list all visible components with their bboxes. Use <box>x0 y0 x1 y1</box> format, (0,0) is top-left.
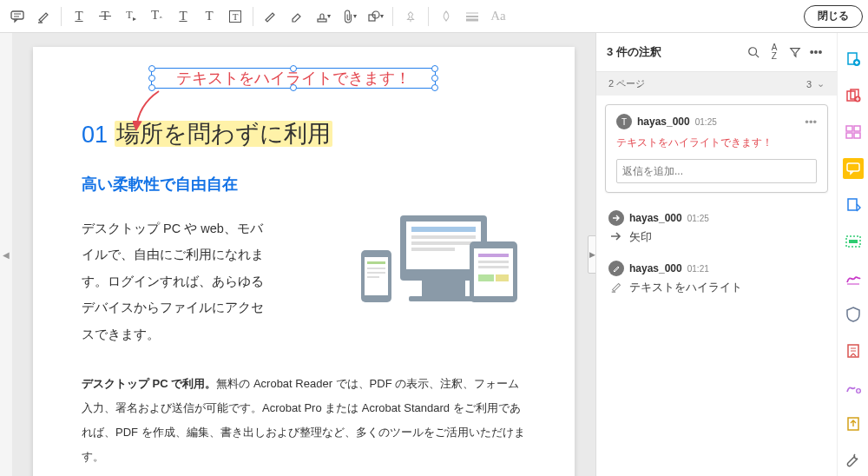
highlight-icon <box>610 281 622 295</box>
svg-rect-12 <box>411 227 476 232</box>
fill-form-icon[interactable] <box>843 413 864 434</box>
comment-body: 矢印 <box>629 229 652 245</box>
svg-rect-28 <box>367 268 385 269</box>
comment-more-icon[interactable]: ••• <box>805 116 817 129</box>
edit-pdf-icon[interactable] <box>843 377 864 398</box>
add-text-icon[interactable]: T <box>197 4 221 29</box>
subtitle: 高い柔軟性で自由自在 <box>82 174 526 195</box>
comment-time: 01:25 <box>687 214 709 223</box>
comment-row[interactable]: hayas_000 01:21 テキストをハイライト <box>605 254 828 304</box>
svg-rect-22 <box>478 266 509 268</box>
devices-illustration <box>352 207 526 337</box>
svg-rect-17 <box>409 296 478 301</box>
comment-author: hayas_000 <box>629 262 682 274</box>
sort-icon[interactable]: AZ <box>764 42 785 63</box>
resize-handle[interactable] <box>431 75 438 82</box>
pin-icon[interactable] <box>398 4 423 29</box>
resize-handle[interactable] <box>290 65 297 72</box>
separator <box>428 7 429 26</box>
textmark-icon[interactable]: T <box>171 4 195 29</box>
page-label: 2 ページ <box>608 77 645 90</box>
svg-rect-14 <box>411 241 476 245</box>
comments-count: 3 件の注釈 <box>607 44 743 60</box>
eraser-icon[interactable] <box>285 4 309 29</box>
separator <box>392 7 393 26</box>
font-icon[interactable]: Aa <box>486 4 510 29</box>
filter-icon[interactable] <box>785 42 806 63</box>
svg-rect-43 <box>847 163 859 171</box>
resize-handle[interactable] <box>431 84 438 91</box>
text-annotation-box[interactable]: テキストをハイライトできます！ <box>151 68 436 89</box>
annotation-toolbar: T T T▸ T˄ T T T ▾ ▾ ▾ Aa 閉じる <box>0 0 868 33</box>
comment-card-active[interactable]: T hayas_000 01:25 ••• テキストをハイライトできます！ <box>605 104 828 193</box>
reply-input[interactable] <box>616 159 817 183</box>
comment-tool-icon[interactable] <box>5 4 30 29</box>
replace-text-icon[interactable]: T▸ <box>119 4 143 29</box>
comment-time: 01:21 <box>687 264 709 274</box>
svg-rect-46 <box>849 240 858 243</box>
svg-rect-30 <box>367 276 379 278</box>
svg-rect-21 <box>478 261 509 263</box>
shapes-icon[interactable]: ▾ <box>363 4 387 29</box>
sign-icon[interactable] <box>843 268 864 288</box>
underline-text-icon[interactable]: T <box>67 4 91 29</box>
svg-rect-23 <box>478 274 494 281</box>
comment-body: テキストをハイライト <box>629 280 742 295</box>
body-paragraph: デスクトップ PC や web、モバイルで、自由にご利用になれます。ログインすれ… <box>82 215 264 347</box>
svg-rect-27 <box>367 261 385 264</box>
line-weight-icon[interactable] <box>460 4 484 29</box>
scroll-left[interactable]: ◀ <box>0 33 12 476</box>
compress-icon[interactable] <box>843 340 864 361</box>
svg-rect-0 <box>11 11 23 19</box>
document-viewport: テキストをハイライトできます！ 01 場所を問わずに利用 高い柔軟性で自由自在 <box>12 33 595 476</box>
chapter-number: 01 <box>82 122 108 148</box>
attach-file-icon[interactable]: ▾ <box>337 4 361 29</box>
resize-handle[interactable] <box>431 65 438 72</box>
organize-pages-icon[interactable] <box>843 122 864 142</box>
textbox-icon[interactable]: T <box>223 4 247 29</box>
protect-icon[interactable] <box>843 304 864 325</box>
color-picker-icon[interactable] <box>434 4 458 29</box>
legend-paragraph: デスクトップ PC で利用。無料の Acrobat Reader では、PDF … <box>82 372 526 469</box>
close-button[interactable]: 閉じる <box>804 5 863 28</box>
arrow-icon <box>610 231 622 244</box>
draw-freehand-icon[interactable] <box>259 4 283 29</box>
stamp-icon[interactable]: ▾ <box>311 4 335 29</box>
svg-point-31 <box>749 48 757 56</box>
svg-rect-41 <box>846 133 852 138</box>
redact-icon[interactable] <box>843 231 864 252</box>
svg-rect-40 <box>854 126 860 131</box>
more-tools-icon[interactable] <box>843 450 864 471</box>
svg-rect-44 <box>848 199 857 210</box>
comment-row[interactable]: hayas_000 01:25 矢印 <box>605 203 828 254</box>
chevron-down-icon[interactable]: ⌄ <box>817 78 825 89</box>
strikethrough-text-icon[interactable]: T <box>93 4 117 29</box>
resize-handle[interactable] <box>290 84 297 91</box>
text-annotation-type-icon: T <box>616 114 632 129</box>
comment-page-count: 3 <box>806 79 812 89</box>
separator <box>253 7 253 26</box>
create-pdf-icon[interactable] <box>843 49 864 69</box>
svg-rect-42 <box>854 133 860 138</box>
export-pdf-icon[interactable] <box>843 195 864 215</box>
comments-tool-icon[interactable] <box>843 158 864 179</box>
arrow-annotation[interactable] <box>133 89 164 133</box>
svg-rect-16 <box>422 281 465 296</box>
highlight-tool-icon[interactable] <box>31 4 56 29</box>
highlight-annotation-type-icon <box>608 261 624 276</box>
svg-rect-39 <box>846 126 852 131</box>
insert-text-icon[interactable]: T˄ <box>145 4 169 29</box>
resize-handle[interactable] <box>148 75 155 82</box>
arrow-annotation-type-icon <box>608 210 624 226</box>
right-toolbar <box>837 33 868 476</box>
comment-time: 01:25 <box>695 117 717 127</box>
panel-collapse-handle[interactable]: ▶ <box>588 235 595 274</box>
search-icon[interactable] <box>743 42 764 63</box>
more-icon[interactable]: ••• <box>806 42 826 63</box>
resize-handle[interactable] <box>148 65 155 72</box>
separator <box>61 7 62 26</box>
combine-files-icon[interactable] <box>843 85 864 106</box>
comment-author: hayas_000 <box>637 116 690 128</box>
comment-body: テキストをハイライトできます！ <box>616 135 817 150</box>
comments-panel: 3 件の注釈 AZ ••• 2 ページ 3 ⌄ T hayas_000 01:2… <box>595 33 837 476</box>
